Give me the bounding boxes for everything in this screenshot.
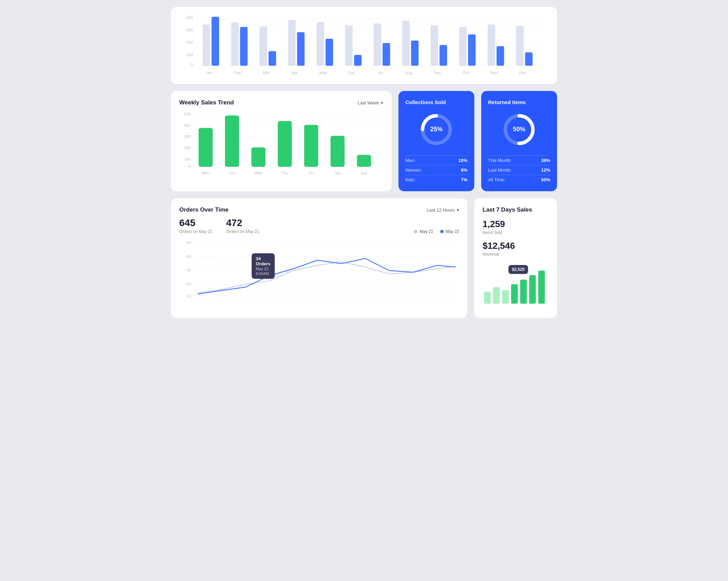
svg-text:Jan: Jan bbox=[206, 71, 212, 75]
returned-percent: 50% bbox=[513, 126, 525, 133]
line-chart: 10 20 30 40 50 bbox=[179, 239, 459, 308]
returned-stat-lastmonth: Last Month: 12% bbox=[488, 165, 550, 175]
bottom-row: Orders Over Time Last 12 Hours ▾ 645 Ord… bbox=[171, 198, 557, 318]
orders-title: Orders Over Time bbox=[179, 206, 229, 213]
collections-donut-wrapper: 25% bbox=[405, 111, 467, 149]
svg-text:300: 300 bbox=[186, 28, 193, 32]
svg-text:Fri: Fri bbox=[309, 171, 313, 175]
svg-text:Jun: Jun bbox=[348, 71, 355, 75]
svg-text:Feb: Feb bbox=[234, 71, 241, 75]
svg-rect-61 bbox=[278, 121, 292, 167]
top-chart-container: 0 100 200 300 400 bbox=[182, 15, 546, 79]
weekly-dropdown[interactable]: Last Week ▾ bbox=[358, 100, 383, 105]
svg-text:0: 0 bbox=[188, 164, 190, 168]
svg-text:Apr: Apr bbox=[291, 71, 298, 75]
svg-rect-20 bbox=[345, 26, 353, 66]
collections-stat-men: Men: 10% bbox=[405, 155, 467, 165]
svg-rect-11 bbox=[212, 17, 219, 66]
svg-rect-27 bbox=[439, 45, 447, 65]
collections-stat-women: Women: 8% bbox=[405, 165, 467, 175]
weekly-title: Weekly Sales Trend bbox=[179, 99, 234, 106]
returned-lastmonth-label: Last Month: bbox=[488, 167, 512, 173]
svg-rect-90 bbox=[511, 284, 518, 304]
svg-text:400: 400 bbox=[184, 123, 191, 127]
svg-rect-91 bbox=[520, 280, 527, 304]
svg-rect-22 bbox=[374, 23, 381, 65]
svg-rect-88 bbox=[493, 287, 500, 304]
legend-dot-may21 bbox=[414, 230, 417, 233]
orders-may21-value: 472 bbox=[226, 217, 259, 228]
collections-men-label: Men: bbox=[405, 158, 415, 163]
returned-lastmonth-value: 12% bbox=[541, 167, 550, 173]
returned-donut-chart: 50% bbox=[500, 111, 538, 149]
svg-text:Mar: Mar bbox=[263, 71, 270, 75]
returned-alltime-label: All Time: bbox=[488, 177, 505, 182]
legend-dot-may22 bbox=[440, 230, 444, 233]
svg-text:Sep: Sep bbox=[434, 71, 441, 75]
middle-row: Weekly Sales Trend Last Week ▾ 0 bbox=[171, 91, 557, 191]
legend-may22: May 22 bbox=[440, 229, 459, 234]
svg-text:May: May bbox=[319, 71, 327, 75]
svg-rect-17 bbox=[297, 32, 305, 66]
orders-header: Orders Over Time Last 12 Hours ▾ bbox=[179, 206, 459, 213]
svg-rect-29 bbox=[468, 34, 476, 66]
svg-text:300: 300 bbox=[184, 135, 191, 139]
svg-rect-60 bbox=[251, 147, 265, 167]
svg-rect-92 bbox=[529, 275, 536, 304]
chevron-down-icon: ▾ bbox=[381, 100, 383, 105]
weekly-sales-card: Weekly Sales Trend Last Week ▾ 0 bbox=[171, 91, 392, 191]
svg-rect-13 bbox=[240, 27, 247, 66]
svg-text:Mon: Mon bbox=[202, 171, 210, 175]
mini-chart-wrapper: $2,525 bbox=[483, 262, 549, 308]
collections-stat-kids: Kids: 7% bbox=[405, 175, 467, 184]
svg-text:100: 100 bbox=[186, 53, 193, 57]
svg-rect-89 bbox=[502, 290, 509, 304]
svg-rect-63 bbox=[331, 136, 345, 167]
collections-stats: Men: 10% Women: 8% Kids: 7% bbox=[405, 155, 467, 184]
svg-text:100: 100 bbox=[184, 157, 191, 161]
svg-rect-32 bbox=[516, 26, 524, 66]
collections-title: Collections Sold bbox=[405, 99, 467, 105]
svg-rect-31 bbox=[497, 46, 504, 66]
svg-text:50: 50 bbox=[186, 241, 191, 245]
svg-rect-59 bbox=[225, 115, 239, 167]
svg-text:Sat: Sat bbox=[335, 171, 341, 175]
orders-dropdown[interactable]: Last 12 Hours ▾ bbox=[427, 207, 459, 213]
svg-rect-28 bbox=[459, 27, 467, 66]
chevron-down-icon-orders: ▾ bbox=[457, 207, 459, 213]
weekly-card-header: Weekly Sales Trend Last Week ▾ bbox=[179, 99, 383, 106]
collections-men-value: 10% bbox=[458, 158, 467, 163]
returned-stats: This Month: 38% Last Month: 12% All Time… bbox=[488, 155, 550, 184]
svg-rect-64 bbox=[357, 155, 371, 167]
svg-text:500: 500 bbox=[184, 112, 191, 116]
collections-kids-value: 7% bbox=[461, 177, 467, 182]
svg-rect-30 bbox=[488, 24, 495, 66]
last7-title: Last 7 Days Sales bbox=[483, 206, 549, 213]
orders-stats-row: 645 Orders on May 22 472 Orders on May 2… bbox=[179, 217, 459, 234]
svg-rect-19 bbox=[325, 39, 333, 65]
svg-rect-12 bbox=[231, 22, 239, 66]
svg-text:Dec: Dec bbox=[519, 71, 527, 75]
returned-alltime-value: 50% bbox=[541, 177, 550, 182]
svg-rect-87 bbox=[484, 292, 491, 304]
chart-legend: May 21 May 22 bbox=[414, 229, 459, 234]
top-bar-chart: 0 100 200 300 400 bbox=[182, 15, 546, 77]
orders-dropdown-label: Last 12 Hours bbox=[427, 207, 455, 213]
returned-items-card: Returned Items 50% This Month: 38% Last … bbox=[481, 91, 557, 191]
returned-title: Returned Items bbox=[488, 99, 550, 105]
weekly-dropdown-label: Last Week bbox=[358, 100, 379, 105]
svg-rect-14 bbox=[260, 26, 267, 65]
legend-may21-label: May 21 bbox=[419, 229, 433, 234]
dashboard: 0 100 200 300 400 bbox=[171, 7, 557, 318]
collections-donut-chart: 25% bbox=[417, 111, 455, 149]
last7-card: Last 7 Days Sales 1,259 Items Sold $12,5… bbox=[474, 198, 557, 318]
svg-rect-62 bbox=[304, 125, 318, 167]
svg-text:Aug: Aug bbox=[405, 71, 412, 75]
svg-rect-58 bbox=[199, 128, 213, 167]
collections-percent: 25% bbox=[430, 126, 443, 133]
last7-revenue-label: Revenue bbox=[483, 252, 549, 257]
collections-kids-label: Kids: bbox=[405, 177, 415, 182]
legend-may22-label: May 22 bbox=[446, 229, 459, 234]
svg-text:Nov: Nov bbox=[491, 71, 498, 75]
svg-rect-23 bbox=[383, 43, 390, 66]
